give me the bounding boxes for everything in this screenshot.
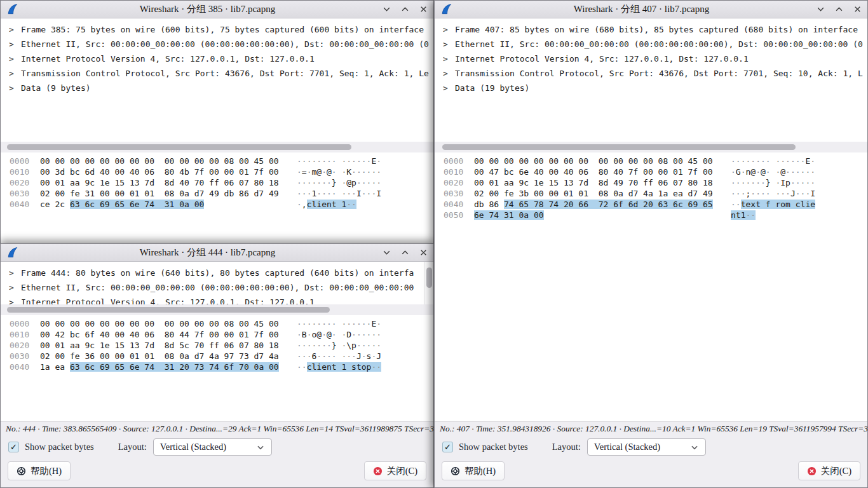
- hex-ascii: ·······} ·Ip·····: [731, 177, 815, 188]
- expand-caret-icon[interactable]: >: [9, 81, 21, 95]
- hex-row[interactable]: 001000 47 bc 6e 40 00 40 06 80 40 7f 00 …: [435, 166, 867, 177]
- tree-row[interactable]: >Internet Protocol Version 4, Src: 127.0…: [1, 51, 433, 66]
- tree-row[interactable]: >Internet Protocol Version 4, Src: 127.0…: [1, 295, 433, 304]
- layout-label: Layout:: [552, 442, 581, 452]
- horizontal-scrollbar[interactable]: [435, 142, 867, 152]
- hex-row[interactable]: 000000 00 00 00 00 00 00 00 00 00 00 00 …: [1, 156, 433, 166]
- expand-caret-icon[interactable]: >: [9, 22, 21, 37]
- tree-row[interactable]: >Frame 407: 85 bytes on wire (680 bits),…: [435, 22, 867, 37]
- packet-detail-tree[interactable]: >Frame 385: 75 bytes on wire (600 bits),…: [1, 18, 433, 142]
- titlebar[interactable]: Wireshark · 分组 385 · lib7.pcapng: [1, 1, 433, 18]
- tree-row-label: Internet Protocol Version 4, Src: 127.0.…: [21, 297, 315, 304]
- hex-row[interactable]: 000000 00 00 00 00 00 00 00 00 00 00 00 …: [435, 156, 867, 166]
- expand-caret-icon[interactable]: >: [443, 37, 455, 51]
- hex-row[interactable]: 002000 01 aa 9c 1e 15 13 7d 8d 40 70 ff …: [1, 177, 433, 188]
- hex-row[interactable]: 00401a ea 63 6c 69 65 6e 74 31 20 73 74 …: [1, 362, 433, 372]
- hex-ascii: ··text f rom clie: [731, 199, 815, 210]
- tree-row[interactable]: >Transmission Control Protocol, Src Port…: [1, 66, 433, 81]
- hex-ascii: ·G·n@·@· ·@······: [731, 166, 815, 177]
- maximize-button[interactable]: [835, 5, 843, 13]
- selected-ascii: nt1··: [731, 210, 756, 220]
- titlebar[interactable]: Wireshark · 分组 444 · lib7.pcapng: [1, 244, 433, 262]
- expand-caret-icon[interactable]: >: [9, 66, 21, 81]
- tree-row[interactable]: >Frame 444: 80 bytes on wire (640 bits),…: [1, 266, 433, 280]
- show-packet-bytes-checkbox[interactable]: ✓: [442, 442, 453, 452]
- expand-caret-icon[interactable]: >: [9, 295, 21, 304]
- expand-caret-icon[interactable]: >: [443, 51, 455, 66]
- close-button[interactable]: 关闭(C): [364, 461, 426, 480]
- tree-row[interactable]: >Transmission Control Protocol, Src Port…: [435, 66, 867, 81]
- show-packet-bytes-label: Show packet bytes: [459, 442, 528, 452]
- tree-row[interactable]: >Ethernet II, Src: 00:00:00_00:00:00 (00…: [1, 280, 433, 295]
- hex-row[interactable]: 001000 42 bc 6f 40 00 40 06 80 44 7f 00 …: [1, 329, 433, 340]
- hex-row[interactable]: 002000 01 aa 9c 1e 15 13 7d 8d 5c 70 ff …: [1, 340, 433, 351]
- help-button[interactable]: 帮助(H): [8, 461, 71, 480]
- close-window-icon[interactable]: [853, 5, 862, 13]
- hex-ascii: nt1··: [731, 210, 756, 220]
- minimize-button[interactable]: [817, 5, 825, 13]
- scrollbar-thumb[interactable]: [442, 144, 796, 150]
- packet-bytes-pane[interactable]: 000000 00 00 00 00 00 00 00 00 00 00 00 …: [1, 315, 433, 421]
- maximize-button[interactable]: [401, 248, 409, 257]
- maximize-button[interactable]: [401, 5, 409, 13]
- show-packet-bytes-label: Show packet bytes: [25, 442, 94, 452]
- window-title: Wireshark · 分组 407 · lib7.pcapng: [473, 3, 810, 15]
- hex-row[interactable]: 002000 01 aa 9c 1e 15 13 7d 8d 49 70 ff …: [435, 177, 867, 188]
- expand-caret-icon[interactable]: >: [443, 22, 455, 37]
- tree-row[interactable]: >Internet Protocol Version 4, Src: 127.0…: [435, 51, 867, 66]
- hex-row[interactable]: 0040db 86 74 65 78 74 20 66 72 6f 6d 20 …: [435, 199, 867, 210]
- close-window-icon[interactable]: [419, 248, 428, 257]
- hex-row[interactable]: 0040ce 2c 63 6c 69 65 6e 74 31 0a 00·,cl…: [1, 199, 433, 210]
- packet-detail-tree[interactable]: >Frame 444: 80 bytes on wire (640 bits),…: [1, 262, 433, 304]
- close-window-icon[interactable]: [419, 5, 428, 13]
- hex-row[interactable]: 003002 00 fe 3b 00 00 01 01 08 0a d7 4a …: [435, 188, 867, 199]
- hex-bytes: db 86 74 65 78 74 20 66 72 6f 6d 20 63 6…: [474, 199, 731, 210]
- hex-bytes: 02 00 fe 36 00 00 01 01 08 0a d7 4a 97 7…: [40, 351, 297, 362]
- tree-row[interactable]: >Ethernet II, Src: 00:00:00_00:00:00 (00…: [1, 37, 433, 51]
- tree-row-label: Ethernet II, Src: 00:00:00_00:00:00 (00:…: [455, 39, 863, 49]
- show-packet-bytes-checkbox[interactable]: ✓: [8, 442, 19, 452]
- window-packet-407: Wireshark · 分组 407 · lib7.pcapng >Frame …: [434, 0, 868, 488]
- tree-row[interactable]: >Data (19 bytes): [435, 81, 867, 95]
- close-button[interactable]: 关闭(C): [798, 461, 860, 480]
- hex-offset: 0030: [435, 188, 474, 199]
- hex-row[interactable]: 001000 3d bc 6d 40 00 40 06 80 4b 7f 00 …: [1, 166, 433, 177]
- scrollbar-thumb[interactable]: [426, 268, 432, 288]
- packet-detail-tree[interactable]: >Frame 407: 85 bytes on wire (680 bits),…: [435, 18, 867, 142]
- hex-row[interactable]: 00506e 74 31 0a 00nt1··: [435, 210, 867, 220]
- packet-bytes-pane[interactable]: 000000 00 00 00 00 00 00 00 00 00 00 00 …: [435, 152, 867, 421]
- hex-offset: 0000: [1, 156, 40, 166]
- tree-row-label: Data (9 bytes): [21, 83, 91, 93]
- expand-caret-icon[interactable]: >: [443, 66, 455, 81]
- tree-row[interactable]: >Frame 385: 75 bytes on wire (600 bits),…: [1, 22, 433, 37]
- scrollbar-thumb[interactable]: [7, 307, 330, 313]
- tree-row[interactable]: >Data (9 bytes): [1, 81, 433, 95]
- expand-caret-icon[interactable]: >: [9, 280, 21, 295]
- hex-row[interactable]: 003002 00 fe 31 00 00 01 01 08 0a d7 49 …: [1, 188, 433, 199]
- hex-row[interactable]: 000000 00 00 00 00 00 00 00 00 00 00 00 …: [1, 318, 433, 329]
- hex-ascii: ········ ······E·: [731, 156, 815, 166]
- horizontal-scrollbar[interactable]: [1, 304, 433, 315]
- help-button[interactable]: 帮助(H): [442, 461, 505, 480]
- hex-row[interactable]: 003002 00 fe 36 00 00 01 01 08 0a d7 4a …: [1, 351, 433, 362]
- expand-caret-icon[interactable]: >: [9, 266, 21, 280]
- layout-select[interactable]: Vertical (Stacked): [153, 438, 272, 456]
- hex-bytes: 00 01 aa 9c 1e 15 13 7d 8d 40 70 ff 06 0…: [40, 177, 297, 188]
- tree-row[interactable]: >Ethernet II, Src: 00:00:00_00:00:00 (00…: [435, 37, 867, 51]
- life-buoy-icon: [17, 466, 26, 476]
- horizontal-scrollbar[interactable]: [1, 142, 433, 152]
- scrollbar-thumb[interactable]: [7, 144, 351, 150]
- packet-hint-text: No.: 444 · Time: 383.865565409 · Source:…: [1, 421, 433, 436]
- vertical-scrollbar[interactable]: [424, 262, 433, 304]
- expand-caret-icon[interactable]: >: [9, 51, 21, 66]
- hex-offset: 0010: [1, 329, 40, 340]
- life-buoy-icon: [451, 466, 460, 476]
- minimize-button[interactable]: [383, 5, 391, 13]
- minimize-button[interactable]: [383, 248, 391, 257]
- titlebar[interactable]: Wireshark · 分组 407 · lib7.pcapng: [435, 1, 867, 18]
- packet-bytes-pane[interactable]: 000000 00 00 00 00 00 00 00 00 00 00 00 …: [1, 152, 433, 243]
- layout-select[interactable]: Vertical (Stacked): [587, 438, 706, 456]
- expand-caret-icon[interactable]: >: [443, 81, 455, 95]
- expand-caret-icon[interactable]: >: [9, 37, 21, 51]
- hex-offset: 0020: [1, 340, 40, 351]
